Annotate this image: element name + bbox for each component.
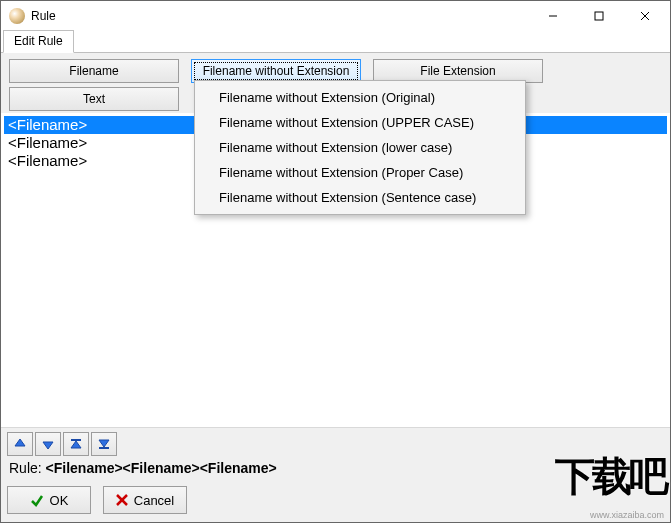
move-top-button[interactable] <box>63 432 89 456</box>
close-icon <box>640 11 650 21</box>
svg-marker-8 <box>99 440 109 447</box>
window-title: Rule <box>31 9 530 23</box>
ok-button[interactable]: OK <box>7 486 91 514</box>
menu-item-upper[interactable]: Filename without Extension (UPPER CASE) <box>197 110 523 135</box>
filename-without-extension-menu[interactable]: Filename without Extension (Original) Fi… <box>194 80 526 215</box>
close-button[interactable] <box>622 1 668 31</box>
maximize-icon <box>594 11 604 21</box>
arrow-up-icon <box>13 437 27 451</box>
rule-label: Rule: <box>9 460 42 476</box>
watermark-logo: 下载吧 <box>555 449 666 504</box>
arrow-top-icon <box>69 437 83 451</box>
move-up-button[interactable] <box>7 432 33 456</box>
ok-label: OK <box>50 493 69 508</box>
minimize-button[interactable] <box>530 1 576 31</box>
x-icon <box>116 494 128 506</box>
check-icon <box>30 493 44 507</box>
cancel-button[interactable]: Cancel <box>103 486 187 514</box>
cancel-label: Cancel <box>134 493 174 508</box>
tab-edit-rule[interactable]: Edit Rule <box>3 30 74 53</box>
menu-item-sentence[interactable]: Filename without Extension (Sentence cas… <box>197 185 523 210</box>
menu-item-original[interactable]: Filename without Extension (Original) <box>197 85 523 110</box>
tab-row: Edit Rule <box>1 31 670 53</box>
svg-marker-5 <box>43 442 53 449</box>
maximize-button[interactable] <box>576 1 622 31</box>
filename-button[interactable]: Filename <box>9 59 179 83</box>
app-icon <box>9 8 25 24</box>
watermark-url: www.xiazaiba.com <box>590 510 664 520</box>
arrow-bottom-icon <box>97 437 111 451</box>
svg-marker-4 <box>15 439 25 446</box>
menu-item-proper[interactable]: Filename without Extension (Proper Case) <box>197 160 523 185</box>
svg-rect-1 <box>595 12 603 20</box>
svg-marker-7 <box>71 441 81 448</box>
menu-item-lower[interactable]: Filename without Extension (lower case) <box>197 135 523 160</box>
titlebar: Rule <box>1 1 670 31</box>
text-button[interactable]: Text <box>9 87 179 111</box>
arrow-down-icon <box>41 437 55 451</box>
move-bottom-button[interactable] <box>91 432 117 456</box>
minimize-icon <box>548 11 558 21</box>
move-down-button[interactable] <box>35 432 61 456</box>
rule-value: <Filename><Filename><Filename> <box>46 460 277 476</box>
